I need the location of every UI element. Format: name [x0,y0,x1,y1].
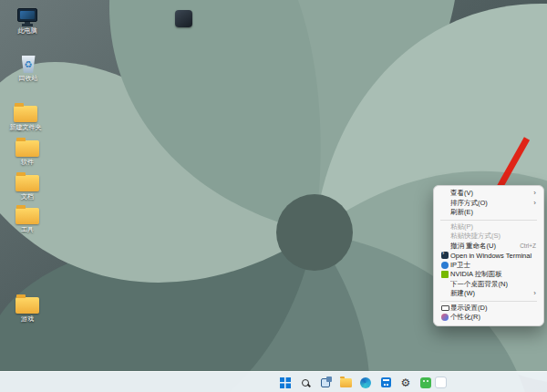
search-icon [302,379,309,387]
desktop-icon[interactable]: 文档 [3,170,52,201]
desktop-icon-label: 文档 [21,193,34,201]
chevron-right-icon: › [533,290,536,297]
desktop-icon[interactable] [159,5,208,27]
desktop-icon-label: 游戏 [21,315,34,323]
chevron-right-icon: › [533,200,536,207]
shield-icon [441,262,449,269]
edge-button[interactable] [359,377,372,389]
terminal-icon [441,252,449,259]
menu-item-label: 显示设置(D) [450,304,536,313]
start-icon [280,377,291,388]
menu-item[interactable]: 下一个桌面背景(N) [437,280,541,290]
menu-item: 粘贴快捷方式(S) [437,232,541,242]
menu-item[interactable]: 撤消 重命名(U)Ctrl+Z [437,242,541,252]
menu-item: 粘贴(P) [437,222,541,232]
pc-icon [17,8,37,22]
menu-item-label: 个性化(R) [450,313,536,322]
menu-item-label: 排序方式(O) [450,199,530,208]
folder-icon [15,208,39,224]
desktop-icon-label: 新建文件夹 [10,124,42,131]
folder-icon [14,106,37,122]
search-button[interactable] [299,377,312,389]
menu-item[interactable]: 显示设置(D) [437,304,541,314]
menu-item-icon-slot [439,262,450,269]
folder-icon [15,297,39,314]
desktop-icon-label: 此电脑 [18,27,37,35]
menu-item[interactable]: NVIDIA 控制面板 [437,270,541,280]
desktop-icon[interactable]: 游戏 [3,292,52,323]
menu-item[interactable]: 刷新(E) [437,208,541,218]
recycle-icon [22,56,36,73]
edge-icon [360,377,371,388]
menu-item-label: 粘贴(P) [450,222,536,232]
taskbar-right [434,376,447,388]
desktop-icon-label: 回收站 [19,75,38,82]
menu-item[interactable]: 个性化(R) [437,313,541,323]
menu-item-label: 查看(V) [450,189,530,198]
menu-item-label: Open in Windows Terminal [450,252,536,260]
desktop-icon-label: 工具 [21,226,34,233]
folder-icon [15,175,39,191]
desktop-icon[interactable]: 此电脑 [3,4,52,35]
menu-item-label: NVIDIA 控制面板 [450,270,536,279]
context-menu: 查看(V)›排序方式(O)›刷新(E)粘贴(P)粘贴快捷方式(S)撤消 重命名(… [433,185,544,326]
app-icon [175,10,192,27]
menu-item-label: 新建(W) [450,289,530,298]
wechat-icon [420,377,431,388]
pinned-app-icon [435,377,447,388]
nvidia-icon [441,271,449,278]
taskbar: ⚙ [0,371,547,392]
desktop-icon[interactable]: 工具 [3,202,52,233]
personalize-icon [441,314,449,321]
folder-icon [15,140,39,157]
menu-item[interactable]: Open in Windows Terminal [437,251,541,261]
menu-item-label: 刷新(E) [450,208,536,217]
menu-item-label: 粘贴快捷方式(S) [450,232,536,241]
menu-item-label: 撤消 重命名(U) [450,242,516,251]
wechat-button[interactable] [419,377,432,389]
task-view-button[interactable] [319,377,332,389]
store-icon [381,377,391,387]
display-icon [441,305,449,311]
desktop: 此电脑回收站新建文件夹软件文档工具游戏 查看(V)›排序方式(O)›刷新(E)粘… [0,0,547,392]
menu-item-icon-slot [439,305,450,311]
task-view-icon [321,378,330,387]
desktop-icon[interactable]: 回收站 [4,51,53,82]
taskbar-icons: ⚙ [279,372,432,392]
menu-item-label: IP卫士 [450,261,536,270]
menu-item[interactable]: 查看(V)› [437,189,541,199]
chevron-right-icon: › [533,190,536,197]
menu-separator [440,301,537,302]
start-button[interactable] [279,377,292,389]
desktop-icon[interactable]: 新建文件夹 [1,100,50,131]
settings-button[interactable]: ⚙ [399,377,412,389]
menu-item-label: 下一个桌面背景(N) [450,280,536,289]
file-explorer-icon [340,378,352,387]
menu-separator [440,220,537,221]
menu-item[interactable]: 新建(W)› [437,289,541,299]
menu-item-icon-slot [439,314,450,321]
desktop-icon-label: 软件 [21,159,34,166]
menu-item[interactable]: 排序方式(O)› [437,199,541,209]
desktop-icon[interactable]: 软件 [3,135,52,166]
pinned-app-button[interactable] [434,376,447,388]
menu-item-icon-slot [439,252,450,259]
menu-item-icon-slot [439,271,450,278]
store-button[interactable] [379,377,392,389]
menu-item[interactable]: IP卫士 [437,261,541,271]
menu-item-shortcut: Ctrl+Z [520,242,536,249]
settings-icon: ⚙ [401,377,411,388]
file-explorer-button[interactable] [339,377,352,389]
